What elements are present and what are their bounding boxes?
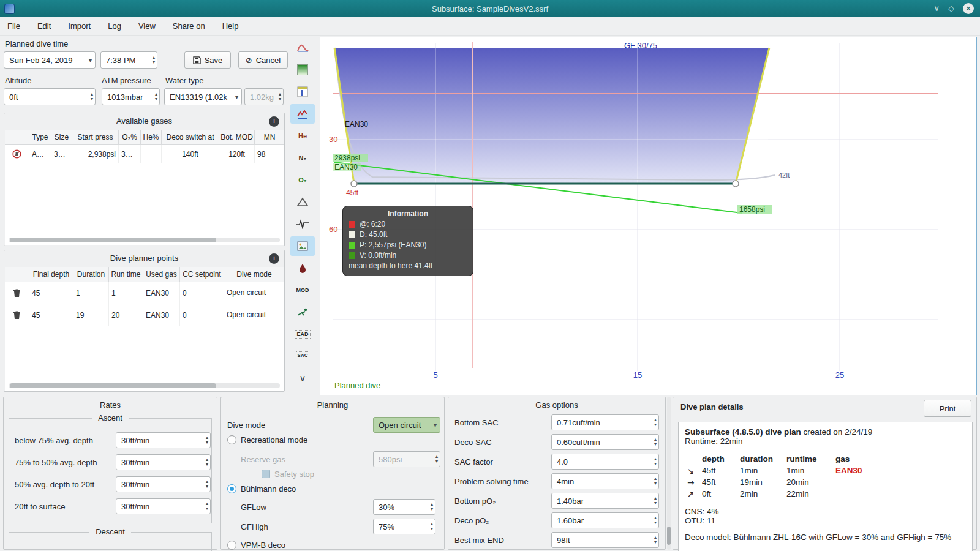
- point-depth[interactable]: 45: [29, 304, 74, 326]
- sac-icon[interactable]: SAC: [290, 345, 315, 365]
- point-runtime[interactable]: 20: [109, 304, 143, 326]
- points-header-duration[interactable]: Duration: [74, 267, 109, 282]
- ceiling-icon[interactable]: [290, 82, 315, 102]
- recreational-mode-radio[interactable]: Recreational mode: [227, 435, 307, 444]
- add-point-button[interactable]: +: [269, 253, 279, 264]
- gases-hscrollbar[interactable]: [9, 238, 280, 242]
- bottom-sac-spinner[interactable]: 0.71cuft/min ▴▾: [551, 414, 659, 430]
- menu-view[interactable]: View: [138, 21, 156, 31]
- radio-selected-icon[interactable]: [227, 484, 236, 493]
- gfhigh-spinner[interactable]: 75% ▴▾: [373, 519, 435, 534]
- ascent-rate-spinner-surface[interactable]: 30ft/min ▴▾: [116, 498, 211, 514]
- gases-header-mnd[interactable]: MN: [255, 130, 284, 144]
- spinner-arrows-icon[interactable]: ▴▾: [654, 474, 657, 489]
- water-type-combo[interactable]: EN13319 (1.02k ▾: [164, 88, 242, 105]
- point-duration[interactable]: 19: [74, 304, 109, 326]
- maximize-icon[interactable]: ◇: [948, 3, 954, 14]
- altitude-spinner[interactable]: 0ft ▴▾: [4, 88, 96, 105]
- n2-graph-icon[interactable]: N₂: [290, 148, 315, 168]
- diver-icon[interactable]: [290, 302, 315, 322]
- spinner-arrows-icon[interactable]: ▴▾: [654, 513, 657, 528]
- titlebar[interactable]: Subsurface: SampleDivesV2.ssrf ∨ ◇ ×: [0, 0, 980, 17]
- gflow-spinner[interactable]: 30% ▴▾: [373, 499, 435, 515]
- dive-plan-notes[interactable]: Subsurface (4.8.5.0) dive plan created o…: [678, 422, 973, 551]
- incident-icon[interactable]: [290, 192, 315, 212]
- gradient-factor-icon[interactable]: [290, 60, 315, 80]
- gases-header-start-press[interactable]: Start press: [72, 130, 119, 144]
- spinner-arrows-icon[interactable]: ▴▾: [153, 52, 155, 68]
- sac-coloring-icon[interactable]: [290, 38, 315, 58]
- ascent-rate-spinner-50[interactable]: 30ft/min ▴▾: [116, 454, 211, 470]
- spinner-arrows-icon[interactable]: ▴▾: [654, 493, 657, 508]
- gas-row[interactable]: A… 3… 2,938psi 3… 140ft 120ft 98: [5, 145, 284, 163]
- spinner-arrows-icon[interactable]: ▴▾: [206, 455, 208, 470]
- gas-start-press[interactable]: 2,938psi: [72, 145, 119, 163]
- gas-mnd[interactable]: 98: [255, 145, 284, 163]
- point-runtime[interactable]: 1: [109, 282, 143, 304]
- point-mode[interactable]: Open circuit: [224, 282, 284, 304]
- point-mode[interactable]: Open circuit: [224, 304, 284, 326]
- spinner-arrows-icon[interactable]: ▴▾: [155, 89, 157, 105]
- spinner-arrows-icon[interactable]: ▴▾: [654, 454, 657, 469]
- menu-share-on[interactable]: Share on: [173, 21, 205, 31]
- points-hscrollbar[interactable]: [9, 383, 280, 388]
- tissues-icon[interactable]: [290, 258, 315, 278]
- heartrate-icon[interactable]: [290, 214, 315, 234]
- menu-help[interactable]: Help: [222, 21, 239, 31]
- spinner-arrows-icon[interactable]: ▴▾: [91, 89, 93, 105]
- point-row[interactable]: 45 19 20 EAN30 0 Open circuit: [5, 304, 284, 326]
- gas-he[interactable]: [141, 145, 162, 163]
- add-gas-button[interactable]: +: [269, 116, 279, 127]
- delete-gas-icon[interactable]: [12, 149, 21, 159]
- dive-profile-chart[interactable]: GF 30/75 30 60 5 15 25 EAN30 2938psi EAN…: [320, 37, 977, 395]
- photos-icon[interactable]: [290, 236, 315, 256]
- point-gas[interactable]: EAN30: [143, 304, 180, 326]
- gases-header-o2[interactable]: O₂%: [119, 130, 141, 144]
- radio-icon[interactable]: [227, 541, 236, 550]
- spinner-arrows-icon[interactable]: ▴▾: [206, 433, 208, 448]
- spinner-arrows-icon[interactable]: ▴▾: [206, 477, 208, 492]
- gas-size[interactable]: 3…: [51, 145, 72, 163]
- point-row[interactable]: 45 1 1 EAN30 0 Open circuit: [5, 282, 284, 304]
- spinner-arrows-icon[interactable]: ▴▾: [431, 519, 433, 534]
- dive-time-spinner[interactable]: 7:38 PM ▴▾: [100, 51, 157, 69]
- points-header-setpoint[interactable]: CC setpoint: [180, 267, 224, 282]
- deco-sac-spinner[interactable]: 0.60cuft/min ▴▾: [551, 434, 659, 450]
- points-header-gas[interactable]: Used gas: [143, 267, 180, 282]
- gases-header-bot-mod[interactable]: Bot. MOD: [219, 130, 255, 144]
- menu-file[interactable]: File: [7, 21, 20, 31]
- point-duration[interactable]: 1: [74, 282, 109, 304]
- gas-deco-switch[interactable]: 140ft: [162, 145, 219, 163]
- gas-o2[interactable]: 3…: [119, 145, 141, 163]
- best-mix-end-spinner[interactable]: 98ft ▴▾: [551, 532, 659, 548]
- toolbar-scroll-down-icon[interactable]: ∨: [290, 369, 315, 388]
- bottom-vscrollbar[interactable]: [667, 397, 671, 550]
- point-depth[interactable]: 45: [29, 282, 74, 304]
- ascent-rate-spinner-20ft[interactable]: 30ft/min ▴▾: [116, 476, 211, 492]
- cancel-button[interactable]: ⊘ Cancel: [238, 51, 288, 69]
- dive-mode-combo[interactable]: Open circuit ▾: [373, 417, 440, 433]
- delete-point-icon[interactable]: [13, 289, 21, 298]
- problem-solving-time-spinner[interactable]: 4min ▴▾: [551, 473, 659, 489]
- menu-import[interactable]: Import: [68, 21, 91, 31]
- points-header-runtime[interactable]: Run time: [109, 267, 143, 282]
- delete-point-icon[interactable]: [13, 311, 21, 320]
- calculated-ceiling-icon[interactable]: [290, 104, 315, 124]
- close-icon[interactable]: ×: [963, 3, 974, 14]
- points-header-depth[interactable]: Final depth: [29, 267, 74, 282]
- point-setpoint[interactable]: 0: [180, 304, 224, 326]
- point-gas[interactable]: EAN30: [143, 282, 180, 304]
- radio-icon[interactable]: [227, 435, 236, 444]
- spinner-arrows-icon[interactable]: ▴▾: [654, 435, 657, 449]
- deco-po2-spinner[interactable]: 1.60bar ▴▾: [551, 512, 659, 528]
- menu-log[interactable]: Log: [108, 21, 121, 31]
- gases-header-size[interactable]: Size: [51, 130, 72, 144]
- points-header-mode[interactable]: Dive mode: [224, 267, 284, 282]
- ead-icon[interactable]: EAD: [290, 324, 315, 344]
- bottom-po2-spinner[interactable]: 1.40bar ▴▾: [551, 493, 659, 509]
- he-graph-icon[interactable]: He: [290, 126, 315, 146]
- ascent-rate-spinner-75[interactable]: 30ft/min ▴▾: [116, 432, 211, 448]
- print-button[interactable]: Print: [924, 400, 971, 417]
- gas-type[interactable]: A…: [29, 145, 51, 163]
- spinner-arrows-icon[interactable]: ▴▾: [431, 500, 433, 514]
